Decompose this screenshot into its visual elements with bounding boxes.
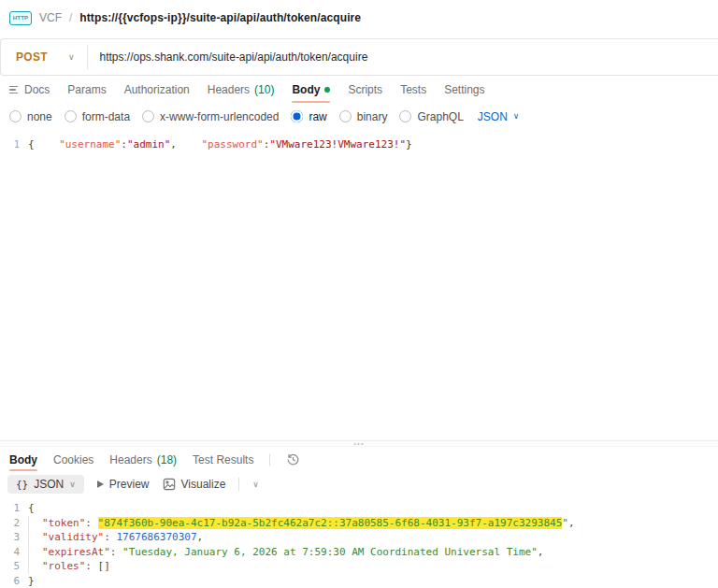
code-segment: "VMware123!VMware123!" bbox=[269, 138, 406, 151]
code-segment: : bbox=[121, 138, 127, 151]
line-number: 1 bbox=[0, 501, 28, 516]
tab-label: Docs bbox=[24, 83, 50, 96]
body-mode-label: binary bbox=[357, 110, 388, 123]
radio-icon bbox=[9, 110, 22, 122]
code-line: 1{ "username":"admin", "password":"VMwar… bbox=[0, 137, 718, 152]
response-tab-headers[interactable]: Headers (18) bbox=[109, 447, 177, 472]
pane-splitter[interactable]: ••• bbox=[0, 440, 718, 447]
raw-language-dropdown[interactable]: JSON ∨ bbox=[478, 110, 520, 123]
radio-icon bbox=[142, 110, 154, 122]
body-mode-label: GraphQL bbox=[417, 110, 463, 123]
code-segment: , bbox=[568, 517, 575, 529]
headers-count-badge: (10) bbox=[254, 83, 274, 96]
radio-icon bbox=[399, 110, 411, 122]
code-segment: "expiresAt" bbox=[42, 546, 110, 558]
response-tab-cookies[interactable]: Cookies bbox=[53, 447, 93, 472]
code-segment: , bbox=[170, 138, 201, 151]
tab-label: Tests bbox=[400, 83, 426, 96]
code-segment: "roles" bbox=[42, 560, 85, 572]
body-mode-form-data[interactable]: form-data bbox=[65, 110, 130, 123]
body-mode-none[interactable]: none bbox=[9, 110, 52, 123]
play-icon bbox=[97, 480, 104, 488]
code-segment: "password" bbox=[201, 138, 263, 151]
response-toolbar: {} JSON ∨ Preview Visualize ∨ bbox=[0, 472, 718, 496]
http-request-icon: HTTP bbox=[9, 11, 32, 25]
clock-history-icon bbox=[286, 452, 300, 466]
response-format-dropdown[interactable]: {} JSON ∨ bbox=[7, 475, 84, 494]
code-segment: } bbox=[406, 138, 412, 151]
tab-authorization[interactable]: Authorization bbox=[124, 76, 190, 104]
tab-settings[interactable]: Settings bbox=[444, 76, 484, 104]
tab-label: Params bbox=[67, 83, 106, 96]
line-number: 6 bbox=[0, 574, 28, 588]
line-number: 3 bbox=[0, 530, 28, 545]
url-input[interactable]: https://ops.shank.com/suite-api/api/auth… bbox=[88, 39, 379, 75]
tab-params[interactable]: Params bbox=[67, 76, 106, 104]
response-history-button[interactable] bbox=[286, 452, 300, 466]
response-tab-test-results[interactable]: Test Results bbox=[193, 447, 253, 472]
response-tab-body[interactable]: Body bbox=[9, 447, 37, 472]
code-segment: { bbox=[28, 502, 35, 514]
tab-label: Test Results bbox=[193, 453, 253, 466]
indent-guide bbox=[28, 559, 42, 574]
code-content: "validity": 1767686370307, bbox=[28, 530, 203, 545]
code-segment: , bbox=[538, 546, 544, 558]
code-content: { bbox=[28, 501, 35, 516]
line-number: 5 bbox=[0, 559, 28, 574]
body-mode-label: none bbox=[27, 110, 52, 123]
code-segment: "874f360b-90ea-4c17-b92a-5b2fc462a7c2::3… bbox=[98, 517, 563, 529]
chevron-down-icon[interactable]: ∨ bbox=[252, 480, 259, 489]
preview-button[interactable]: Preview bbox=[97, 478, 150, 491]
radio-icon bbox=[65, 110, 77, 122]
tab-body[interactable]: Body bbox=[292, 76, 330, 104]
chevron-down-icon: ∨ bbox=[69, 480, 76, 489]
postman-request-view: HTTP VCF / https://{{vcfops-ip}}/suite-a… bbox=[0, 0, 718, 588]
code-segment: } bbox=[28, 575, 35, 587]
breadcrumb-request-name[interactable]: https://{{vcfops-ip}}/suite-api/api/auth… bbox=[79, 11, 361, 24]
code-content: "roles": [] bbox=[28, 559, 110, 574]
chevron-down-icon: ∨ bbox=[513, 112, 520, 121]
tab-tests[interactable]: Tests bbox=[400, 76, 426, 104]
code-segment: 1767686370307 bbox=[116, 531, 196, 543]
code-content: } bbox=[28, 574, 35, 588]
tab-scripts[interactable]: Scripts bbox=[348, 76, 382, 104]
indent-guide bbox=[28, 530, 42, 545]
code-segment: "Tuesday, January 6, 2026 at 7:59:30 AM … bbox=[122, 546, 538, 558]
line-number: 2 bbox=[0, 516, 28, 531]
method-dropdown[interactable]: POST ∨ bbox=[1, 39, 87, 75]
json-braces-icon: {} bbox=[16, 479, 28, 491]
body-mode-selector: none form-data x-www-form-urlencoded raw… bbox=[0, 104, 718, 129]
line-number: 1 bbox=[0, 137, 28, 152]
indent-guide bbox=[28, 516, 42, 531]
divider bbox=[269, 453, 270, 466]
code-content: "expiresAt": "Tuesday, January 6, 2026 a… bbox=[28, 545, 543, 560]
body-mode-binary[interactable]: binary bbox=[339, 110, 388, 123]
body-mode-raw[interactable]: raw bbox=[291, 110, 326, 123]
tab-label: Settings bbox=[444, 83, 484, 96]
breadcrumb: HTTP VCF / https://{{vcfops-ip}}/suite-a… bbox=[0, 0, 718, 36]
response-format-label: JSON bbox=[34, 478, 64, 491]
url-bar: POST ∨ https://ops.shank.com/suite-api/a… bbox=[0, 38, 718, 76]
tab-label: Body bbox=[292, 83, 320, 96]
breadcrumb-workspace[interactable]: VCF bbox=[39, 11, 62, 24]
response-body-viewer[interactable]: 1{2"token": "874f360b-90ea-4c17-b92a-5b2… bbox=[0, 496, 718, 588]
code-line: 3"validity": 1767686370307, bbox=[0, 530, 718, 545]
response-tabs: Body Cookies Headers (18) Test Results bbox=[0, 447, 718, 472]
tab-label: Cookies bbox=[53, 453, 93, 466]
body-mode-graphql[interactable]: GraphQL bbox=[399, 110, 463, 123]
line-number: 4 bbox=[0, 545, 28, 560]
headers-count-badge: (18) bbox=[157, 453, 177, 466]
tab-headers[interactable]: Headers (10) bbox=[208, 76, 275, 104]
body-mode-label: form-data bbox=[82, 110, 130, 123]
raw-language-label: JSON bbox=[478, 110, 508, 123]
code-segment: "token" bbox=[42, 517, 85, 529]
code-content: "token": "874f360b-90ea-4c17-b92a-5b2fc4… bbox=[28, 516, 575, 531]
visualize-button[interactable]: Visualize bbox=[163, 478, 226, 491]
code-segment: { bbox=[28, 138, 59, 151]
tab-docs[interactable]: Docs bbox=[9, 76, 50, 104]
tab-label: Authorization bbox=[124, 83, 190, 96]
body-mode-label: raw bbox=[309, 110, 326, 123]
request-body-editor[interactable]: 1{ "username":"admin", "password":"VMwar… bbox=[0, 129, 718, 440]
code-segment: "validity" bbox=[42, 531, 104, 543]
body-mode-x-www-form-urlencoded[interactable]: x-www-form-urlencoded bbox=[142, 110, 279, 123]
